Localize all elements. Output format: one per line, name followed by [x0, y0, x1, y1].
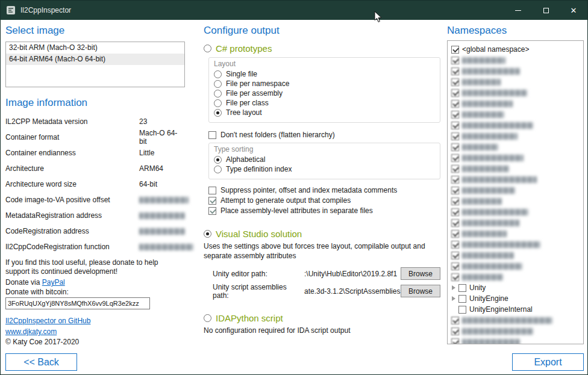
namespace-item-redacted[interactable]: [451, 261, 581, 271]
layout-option-file-per-namespace[interactable]: File per namespace: [214, 79, 435, 88]
close-button[interactable]: ✕: [560, 1, 587, 20]
minimize-button[interactable]: [504, 1, 532, 20]
type-sorting-alphabetical[interactable]: Alphabetical: [214, 155, 435, 164]
alphabetical-radio[interactable]: [214, 156, 222, 164]
namespace-item-redacted[interactable]: [451, 109, 581, 120]
namespace-item-redacted[interactable]: [451, 87, 581, 98]
expander-icon[interactable]: [452, 296, 455, 301]
compilable-output-option[interactable]: Attempt to generate output that compiles: [208, 196, 440, 205]
type-definition-index-radio[interactable]: [214, 166, 222, 173]
visual-studio-solution-option[interactable]: Visual Studio solution: [204, 229, 440, 239]
namespace-item-redacted[interactable]: [451, 228, 581, 239]
namespace-item-redacted[interactable]: [451, 152, 581, 163]
type-sorting-definition-index[interactable]: Type definition index: [214, 164, 435, 174]
github-link[interactable]: Il2CppInspector on GitHub: [5, 317, 90, 325]
idapython-script-option[interactable]: IDAPython script: [204, 313, 440, 323]
namespace-checkbox[interactable]: [451, 100, 459, 108]
namespace-checkbox[interactable]: [451, 197, 459, 205]
namespace-checkbox[interactable]: [451, 165, 459, 173]
namespace-item-redacted[interactable]: [451, 131, 581, 141]
paypal-link[interactable]: PayPal: [42, 278, 65, 287]
namespace-item-redacted[interactable]: [451, 55, 581, 66]
export-button[interactable]: Export: [512, 353, 584, 371]
namespace-item-redacted[interactable]: [451, 174, 581, 185]
namespace-checkbox[interactable]: [451, 252, 459, 259]
single-file-radio[interactable]: [214, 70, 222, 78]
idapython-script-radio[interactable]: [204, 314, 211, 322]
namespace-item-redacted[interactable]: [451, 217, 581, 228]
namespace-checkbox[interactable]: [451, 122, 459, 129]
namespace-checkbox[interactable]: [451, 241, 459, 249]
namespace-item-redacted[interactable]: [451, 66, 581, 76]
namespace-item-redacted[interactable]: [451, 271, 581, 282]
namespace-checkbox[interactable]: [451, 262, 459, 270]
expander-icon[interactable]: [452, 285, 455, 290]
namespace-checkbox[interactable]: [451, 219, 459, 227]
namespace-item-redacted[interactable]: [451, 315, 581, 326]
layout-option-file-per-class[interactable]: File per class: [214, 98, 435, 108]
namespace-item-redacted[interactable]: [451, 239, 581, 250]
namespace-checkbox[interactable]: [451, 89, 459, 97]
namespace-checkbox[interactable]: [451, 78, 459, 86]
bitcoin-address-input[interactable]: [5, 297, 150, 309]
namespace-item-unity[interactable]: Unity: [451, 282, 581, 293]
back-button[interactable]: << Back: [5, 353, 77, 371]
image-info-header: Image information: [5, 97, 185, 109]
namespace-item-redacted[interactable]: [451, 196, 581, 206]
suppress-metadata-checkbox[interactable]: [208, 187, 216, 194]
file-per-namespace-radio[interactable]: [214, 80, 222, 88]
namespace-checkbox[interactable]: [451, 317, 459, 324]
namespace-item-unityengine[interactable]: UnityEngine: [451, 293, 581, 304]
namespace-item-redacted[interactable]: [451, 98, 581, 109]
namespace-item-redacted[interactable]: [451, 76, 581, 87]
visual-studio-solution-radio[interactable]: [204, 230, 211, 238]
csharp-prototypes-radio[interactable]: [204, 45, 211, 52]
unity-checkbox[interactable]: [458, 284, 466, 292]
flatten-hierarchy-option[interactable]: Don't nest folders (flatten hierarchy): [208, 131, 440, 139]
maximize-button[interactable]: [532, 1, 560, 20]
namespace-item-unityengineinternal[interactable]: UnityEngineInternal: [451, 304, 581, 315]
layout-option-single-file[interactable]: Single file: [214, 69, 435, 79]
compilable-output-checkbox[interactable]: [208, 197, 216, 205]
namespace-checkbox[interactable]: [451, 208, 459, 216]
namespace-checkbox[interactable]: [451, 273, 459, 281]
image-option-64bit[interactable]: 64-bit ARM64 (Mach-O 64-bit): [6, 54, 184, 65]
unityengineinternal-checkbox[interactable]: [458, 306, 466, 314]
namespace-checkbox[interactable]: [451, 327, 459, 335]
namespace-checkbox[interactable]: [451, 230, 459, 238]
flatten-hierarchy-checkbox[interactable]: [208, 131, 216, 139]
namespace-checkbox[interactable]: [451, 338, 459, 345]
unity-editor-browse-button[interactable]: Browse: [401, 267, 440, 280]
namespace-item-redacted[interactable]: [451, 120, 581, 131]
separate-attributes-checkbox[interactable]: [208, 207, 216, 215]
layout-option-tree-layout[interactable]: Tree layout: [214, 108, 435, 117]
namespace-checkbox[interactable]: [451, 176, 459, 184]
image-option-32bit[interactable]: 32-bit ARM (Mach-O 32-bit): [6, 42, 184, 54]
namespace-checkbox[interactable]: [451, 143, 459, 151]
suppress-metadata-option[interactable]: Suppress pointer, offset and index metad…: [208, 186, 440, 194]
namespace-item-redacted[interactable]: [451, 336, 581, 344]
namespace-checkbox[interactable]: [451, 67, 459, 75]
namespace-checkbox[interactable]: [451, 57, 459, 64]
namespace-item-redacted[interactable]: [451, 326, 581, 336]
csharp-prototypes-option[interactable]: C# prototypes: [204, 43, 440, 54]
global-namespace-checkbox[interactable]: [451, 46, 459, 54]
namespace-checkbox[interactable]: [451, 132, 459, 140]
namespace-item-redacted[interactable]: [451, 206, 581, 217]
namespace-item-redacted[interactable]: [451, 141, 581, 152]
tree-layout-radio[interactable]: [214, 109, 222, 117]
namespace-item-redacted[interactable]: [451, 185, 581, 196]
namespace-item-redacted[interactable]: [451, 250, 581, 261]
unity-script-browse-button[interactable]: Browse: [401, 285, 440, 297]
website-link[interactable]: www.djkaty.com: [5, 327, 57, 336]
separate-attributes-option[interactable]: Place assembly-level attributes in separ…: [208, 206, 440, 215]
layout-option-file-per-assembly[interactable]: File per assembly: [214, 88, 435, 98]
file-per-assembly-radio[interactable]: [214, 90, 222, 98]
namespace-item-redacted[interactable]: [451, 163, 581, 174]
namespace-checkbox[interactable]: [451, 187, 459, 194]
unityengine-checkbox[interactable]: [458, 295, 466, 303]
namespace-checkbox[interactable]: [451, 154, 459, 162]
namespace-item-global[interactable]: <global namespace>: [451, 44, 581, 55]
file-per-class-radio[interactable]: [214, 99, 222, 107]
namespace-checkbox[interactable]: [451, 111, 459, 119]
